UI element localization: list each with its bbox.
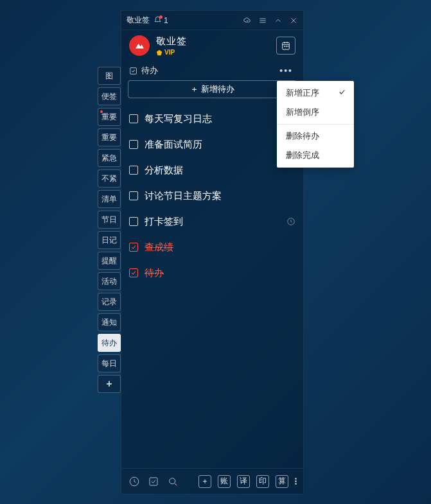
todo-item[interactable]: 讨论节日主题方案	[128, 183, 297, 209]
vip-badge: VIP	[156, 49, 270, 56]
reminder-clock-icon[interactable]	[286, 217, 295, 226]
todo-text: 每天写复习日志	[145, 113, 295, 125]
dropdown-separator	[277, 124, 354, 125]
todo-item[interactable]: 待办	[128, 260, 297, 286]
app-logo	[129, 35, 150, 56]
check-icon	[338, 88, 346, 98]
sidebar-tab[interactable]: 提醒	[98, 252, 121, 270]
todo-text: 打卡签到	[145, 216, 280, 228]
app-title: 敬业签	[127, 15, 150, 26]
todo-item[interactable]: 查成绩	[128, 234, 297, 260]
todo-list: 每天写复习日志准备面试简历分析数据讨论节日主题方案打卡签到查成绩待办	[121, 103, 303, 468]
checklist-icon[interactable]	[147, 475, 160, 488]
sidebar-tab[interactable]: 节日	[98, 211, 121, 229]
translate-button[interactable]: 译	[237, 475, 250, 488]
history-icon[interactable]	[128, 475, 141, 488]
notification-bell[interactable]: 1	[154, 16, 168, 25]
add-category-button[interactable]: +	[98, 375, 121, 393]
header: 敬业签 VIP	[121, 30, 303, 61]
sidebar-tab[interactable]: 每日	[98, 354, 121, 372]
titlebar: 敬业签 1	[121, 11, 303, 30]
todo-checkbox[interactable]	[129, 217, 138, 226]
todo-checkbox[interactable]	[129, 243, 138, 252]
svg-point-1	[284, 46, 285, 47]
todo-checkbox[interactable]	[129, 191, 138, 200]
todo-text: 准备面试简历	[145, 139, 295, 151]
sidebar-tab[interactable]: 图	[98, 67, 121, 85]
svg-rect-7	[150, 478, 157, 485]
calc-button[interactable]: 算	[276, 475, 288, 488]
todo-checkbox[interactable]	[129, 268, 138, 277]
add-todo-button[interactable]: ＋ 新增待办	[128, 80, 297, 98]
more-vertical-icon[interactable]	[295, 478, 297, 485]
svg-point-3	[288, 46, 288, 47]
dropdown-item-label: 删除完成	[286, 150, 319, 161]
dropdown-item[interactable]: 新增倒序	[277, 103, 354, 122]
todo-text: 分析数据	[145, 164, 295, 177]
dropdown-item[interactable]: 删除待办	[277, 126, 354, 146]
dropdown-item-label: 新增正序	[286, 87, 319, 99]
plus-icon: ＋	[190, 83, 198, 95]
search-icon[interactable]	[166, 475, 179, 488]
calendar-button[interactable]	[276, 37, 295, 55]
unread-dot	[100, 110, 103, 113]
print-button[interactable]: 印	[256, 475, 269, 488]
todo-item[interactable]: 准备面试简历	[128, 132, 297, 157]
collapse-up-icon[interactable]	[274, 16, 283, 25]
todo-text: 待办	[145, 267, 295, 279]
account-button[interactable]: 账	[218, 475, 231, 488]
dropdown-item-label: 删除待办	[286, 130, 319, 142]
bottom-toolbar: + 账 译 印 算	[121, 468, 303, 494]
menu-icon[interactable]	[258, 16, 267, 25]
todo-text: 讨论节日主题方案	[145, 190, 295, 202]
svg-point-2	[286, 46, 286, 47]
sort-dropdown: 新增正序新增倒序删除待办删除完成	[277, 81, 354, 168]
sidebar-tab[interactable]: 重要	[98, 108, 121, 126]
todo-item[interactable]: 分析数据	[128, 157, 297, 183]
dropdown-item[interactable]: 删除完成	[277, 146, 354, 165]
sidebar-tab[interactable]: 通知	[98, 313, 121, 331]
sidebar-tab[interactable]: 重要	[98, 128, 121, 146]
category-tabs: 图便签重要重要紧急不紧清单节日日记提醒活动记录通知待办每日+	[98, 67, 121, 393]
cloud-sync-icon[interactable]	[243, 16, 252, 25]
dropdown-item-label: 新增倒序	[286, 107, 319, 118]
svg-point-8	[170, 478, 175, 483]
brand-name: 敬业签	[156, 35, 270, 48]
sidebar-tab[interactable]: 紧急	[98, 149, 121, 167]
sidebar-tab[interactable]: 日记	[98, 231, 121, 249]
notification-dot	[159, 15, 163, 19]
add-todo-label: 新增待办	[201, 83, 234, 95]
more-options-icon[interactable]: •••	[277, 64, 295, 77]
todo-item[interactable]: 每天写复习日志	[128, 106, 297, 132]
section-header: 待办 •••	[121, 61, 303, 80]
sidebar-tab[interactable]: 待办	[98, 334, 121, 352]
add-square-button[interactable]: +	[198, 475, 211, 488]
svg-rect-4	[130, 67, 137, 74]
sidebar-tab[interactable]: 记录	[98, 293, 121, 311]
todo-checkbox[interactable]	[129, 114, 138, 123]
dropdown-item[interactable]: 新增正序	[277, 83, 354, 103]
todo-item[interactable]: 打卡签到	[128, 209, 297, 234]
sidebar-tab[interactable]: 便签	[98, 87, 121, 105]
notification-count: 1	[164, 16, 168, 25]
sidebar-tab[interactable]: 活动	[98, 272, 121, 290]
section-title: 待办	[141, 65, 158, 76]
todo-checkbox[interactable]	[129, 140, 138, 149]
sidebar-tab[interactable]: 不紧	[98, 169, 121, 187]
todo-section-icon	[129, 67, 137, 75]
sidebar-tab[interactable]: 清单	[98, 190, 121, 208]
todo-checkbox[interactable]	[129, 166, 138, 175]
todo-text: 查成绩	[145, 241, 295, 254]
close-icon[interactable]	[289, 16, 298, 25]
